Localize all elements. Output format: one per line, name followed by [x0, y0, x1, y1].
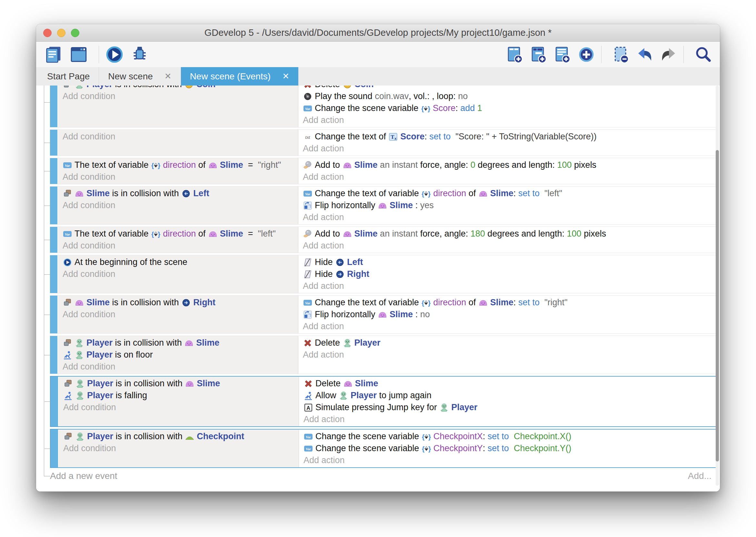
add-event-choice-icon[interactable] — [577, 45, 596, 64]
add-action-button[interactable]: Add action — [299, 454, 717, 466]
event-selector-bar[interactable] — [50, 186, 57, 224]
add-action-button[interactable]: Add action — [298, 349, 718, 361]
event-selector-bar[interactable] — [51, 430, 58, 467]
add-action-button[interactable]: Add action — [298, 320, 718, 332]
event-row[interactable]: Player is in collision with SlimePlayer … — [50, 336, 718, 374]
undo-icon[interactable] — [635, 45, 655, 64]
add-new-event-button[interactable]: Add a new event — [50, 471, 117, 481]
action-line[interactable]: Add to Slime an instant force, angle: 0 … — [298, 159, 718, 171]
event-actions: txtChange the text of TxScore: set to "S… — [298, 130, 718, 155]
action-line[interactable]: Flip horizontally Slime : yes — [298, 199, 718, 211]
close-tab-icon[interactable]: ✕ — [282, 71, 289, 81]
player-icon — [75, 432, 85, 441]
event-selector-bar[interactable] — [50, 336, 57, 374]
event-selector-bar[interactable] — [50, 86, 57, 127]
event-row[interactable]: Player is in collision with CheckpointAd… — [50, 429, 718, 468]
action-line[interactable]: VarChange the scene variable {}Checkpoin… — [299, 442, 717, 454]
action-line[interactable]: Hide Right — [298, 268, 718, 280]
action-line[interactable]: Delete Player — [298, 337, 718, 349]
condition-line[interactable]: Player is in collision with Checkpoint — [59, 431, 299, 442]
condition-line[interactable]: Player is in collision with Coin — [58, 86, 298, 90]
add-condition-button[interactable]: Add condition — [59, 442, 299, 454]
action-line[interactable]: Flip horizontally Slime : no — [298, 309, 718, 320]
add-subevent-icon[interactable] — [529, 45, 548, 64]
project-manager-icon[interactable] — [43, 44, 64, 65]
close-window-button[interactable] — [43, 29, 52, 37]
scrollbar-thumb[interactable] — [716, 150, 719, 462]
debug-icon[interactable] — [129, 44, 150, 65]
tab-new-scene-events-[interactable]: New scene (Events)✕ — [181, 67, 298, 86]
event-selector-bar[interactable] — [50, 130, 57, 155]
event-row[interactable]: At the beginning of the sceneAdd conditi… — [50, 255, 718, 293]
action-line[interactable]: ASimulate pressing Jump key for Player — [299, 401, 717, 413]
add-condition-button[interactable]: Add condition — [59, 401, 299, 413]
add-action-button[interactable]: Add action — [298, 143, 718, 154]
title-bar[interactable]: GDevelop 5 - /Users/david/Documents/GDev… — [36, 24, 720, 42]
add-condition-button[interactable]: Add condition — [58, 199, 298, 211]
condition-line[interactable]: Player is on floor — [58, 349, 298, 361]
delete-event-icon[interactable] — [611, 45, 630, 64]
add-condition-button[interactable]: Add condition — [58, 309, 298, 320]
action-line[interactable]: Add to Slime an instant force, angle: 18… — [298, 228, 718, 240]
action-line[interactable]: Delete Slime — [299, 378, 717, 390]
action-line[interactable]: VarChange the text of variable {}directi… — [298, 297, 718, 309]
minimize-window-button[interactable] — [57, 29, 65, 37]
tab-label: New scene — [108, 71, 153, 82]
action-line[interactable]: Allow Player to jump again — [299, 390, 717, 401]
condition-line[interactable]: Player is falling — [59, 390, 299, 401]
tab-new-scene[interactable]: New scene✕ — [99, 67, 181, 86]
play-preview-icon[interactable] — [104, 44, 125, 65]
action-line[interactable]: Hide Left — [298, 256, 718, 268]
event-selector-bar[interactable] — [50, 227, 57, 253]
event-row[interactable]: Slime is in collision with RightAdd cond… — [50, 295, 718, 334]
event-selector-bar[interactable] — [50, 296, 57, 333]
condition-line[interactable]: VarThe text of variable {}direction of S… — [58, 159, 298, 171]
add-event-icon[interactable] — [505, 45, 524, 64]
add-action-button[interactable]: Add action — [298, 171, 718, 183]
add-comment-icon[interactable] — [553, 45, 572, 64]
redo-icon[interactable] — [659, 45, 678, 64]
action-line[interactable]: VarChange the scene variable {}Score: ad… — [298, 102, 718, 114]
add-condition-button[interactable]: Add condition — [58, 240, 298, 252]
close-tab-icon[interactable]: ✕ — [165, 71, 171, 81]
action-line[interactable]: Play the sound coin.wav, vol.: , loop: n… — [298, 90, 718, 102]
event-selector-bar[interactable] — [51, 377, 58, 426]
condition-line[interactable]: Slime is in collision with Left — [58, 187, 298, 199]
var-icon: Var — [303, 189, 313, 198]
event-row[interactable]: Slime is in collision with LeftAdd condi… — [50, 186, 718, 225]
text-segment-object: Slime — [87, 298, 110, 308]
add-action-button[interactable]: Add action — [298, 211, 718, 223]
tab-start-page[interactable]: Start Page — [38, 67, 99, 86]
event-row[interactable]: Player is in collision with CoinAdd cond… — [50, 86, 718, 128]
event-row[interactable]: Player is in collision with SlimePlayer … — [50, 376, 718, 427]
add-action-button[interactable]: Add action — [298, 240, 718, 252]
action-line[interactable]: VarChange the scene variable {}Checkpoin… — [299, 431, 717, 442]
condition-line[interactable]: Player is in collision with Slime — [59, 378, 299, 390]
text-segment-expr: "Score: " + ToString(Variable(Score)) — [453, 132, 597, 142]
action-line[interactable]: txtChange the text of TxScore: set to "S… — [298, 131, 718, 143]
add-condition-button[interactable]: Add condition — [58, 131, 298, 143]
event-row[interactable]: VarThe text of variable {}direction of S… — [50, 158, 718, 184]
add-condition-button[interactable]: Add condition — [58, 171, 298, 183]
search-icon[interactable] — [694, 45, 713, 64]
condition-line[interactable]: Slime is in collision with Right — [58, 297, 298, 309]
add-action-button[interactable]: Add action — [298, 114, 718, 126]
event-selector-bar[interactable] — [50, 255, 57, 293]
action-line[interactable]: Delete Coin — [298, 86, 718, 90]
add-condition-button[interactable]: Add condition — [58, 268, 298, 280]
scene-editor-icon[interactable] — [68, 44, 89, 65]
condition-line[interactable]: VarThe text of variable {}direction of S… — [58, 228, 298, 240]
add-action-button[interactable]: Add action — [298, 280, 718, 292]
add-condition-button[interactable]: Add condition — [58, 361, 298, 373]
event-row[interactable]: VarThe text of variable {}direction of S… — [50, 227, 718, 253]
event-selector-bar[interactable] — [50, 158, 57, 184]
condition-line[interactable]: Player is in collision with Slime — [58, 337, 298, 349]
action-line[interactable]: VarChange the text of variable {}directi… — [298, 187, 718, 199]
add-action-button[interactable]: Add action — [299, 413, 717, 425]
event-row[interactable]: Add conditiontxtChange the text of TxSco… — [50, 129, 718, 156]
add-more-button[interactable]: Add... — [688, 471, 711, 481]
condition-line[interactable]: At the beginning of the scene — [58, 256, 298, 268]
zoom-window-button[interactable] — [71, 29, 79, 37]
event-conditions: At the beginning of the sceneAdd conditi… — [58, 255, 298, 293]
add-condition-button[interactable]: Add condition — [58, 90, 298, 102]
